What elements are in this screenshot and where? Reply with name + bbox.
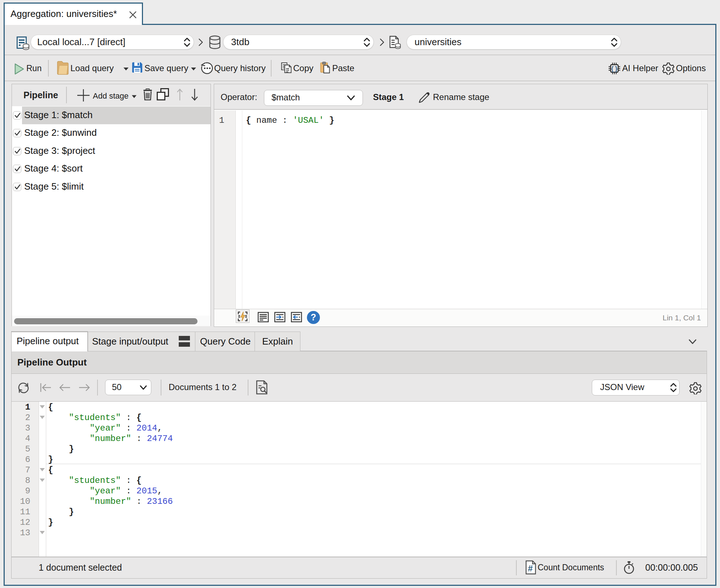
svg-text:{: { (611, 65, 613, 72)
svg-text:#: # (528, 563, 533, 573)
svg-text:}: } (615, 65, 618, 72)
